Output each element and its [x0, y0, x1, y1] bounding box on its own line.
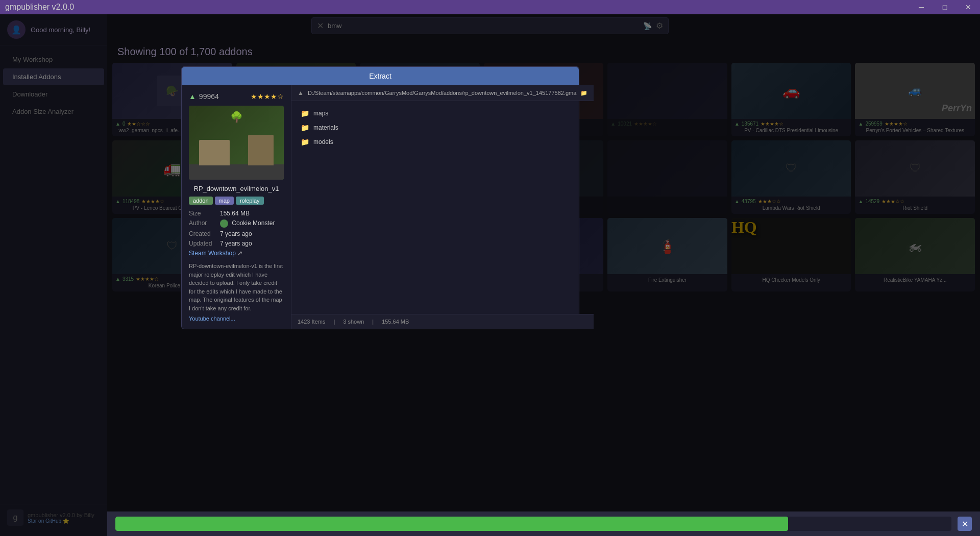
- author-label: Author: [189, 220, 217, 228]
- addon-stars: ★★★★☆: [251, 92, 284, 101]
- created-row: Created 7 years ago: [189, 230, 284, 237]
- author-value: Cookie Monster: [220, 220, 275, 228]
- titlebar-title: gmpublisher v2.0.0: [5, 3, 74, 12]
- folder-icon[interactable]: 📁: [580, 90, 587, 96]
- author-row: Author Cookie Monster: [189, 220, 284, 228]
- addon-description: RP-downtown-evilmelon-v1 is the first ma…: [189, 262, 284, 312]
- items-count: 1423 Items: [298, 319, 325, 325]
- youtube-link[interactable]: Youtube channel...: [189, 315, 284, 322]
- progress-bar-fill: [115, 517, 788, 531]
- total-size: 155.64 MB: [382, 319, 409, 325]
- progress-close-button[interactable]: ✕: [958, 517, 972, 531]
- separator-2: |: [372, 319, 374, 325]
- folder-models-icon: 📁: [301, 138, 309, 146]
- separator-1: |: [333, 319, 335, 325]
- titlebar-controls: ─ □ ✕: [910, 0, 980, 14]
- extract-left-panel: ▲ 99964 ★★★★☆ 🌳 RP_downtown_evilmelon_v1…: [182, 85, 291, 329]
- size-label: Size: [189, 210, 217, 217]
- folder-models[interactable]: 📁 models: [297, 135, 589, 149]
- folder-models-label: models: [313, 138, 333, 145]
- extract-modal-body: ▲ 99964 ★★★★☆ 🌳 RP_downtown_evilmelon_v1…: [182, 85, 579, 329]
- folder-maps[interactable]: 📁 maps: [297, 106, 589, 120]
- extract-modal-header: Extract: [182, 67, 579, 85]
- file-path-bar: ▲ D:/Steam/steamapps/common/GarrysMod/Ga…: [291, 85, 594, 101]
- size-value: 155.64 MB: [220, 210, 250, 217]
- updated-label: Updated: [189, 240, 217, 247]
- created-label: Created: [189, 230, 217, 237]
- tag-addon[interactable]: addon: [189, 197, 213, 205]
- folder-maps-icon: 📁: [301, 109, 309, 117]
- minimize-button[interactable]: ─: [910, 0, 933, 14]
- size-row: Size 155.64 MB: [189, 210, 284, 217]
- folder-materials-icon: 📁: [301, 124, 309, 132]
- folder-materials[interactable]: 📁 materials: [297, 120, 589, 135]
- close-button[interactable]: ✕: [957, 0, 980, 14]
- workshop-link[interactable]: Steam Workshop ↗: [189, 250, 242, 257]
- addon-details: Size 155.64 MB Author Cookie Monster Cre…: [189, 210, 284, 257]
- tag-map[interactable]: map: [215, 197, 234, 205]
- addon-thumbnail-modal: 🌳: [189, 106, 284, 180]
- extract-modal: Extract ▲ 99964 ★★★★☆ 🌳 RP_downtown_e: [181, 66, 579, 329]
- titlebar: gmpublisher v2.0.0 ─ □ ✕: [0, 0, 980, 14]
- addon-title-modal: RP_downtown_evilmelon_v1: [189, 185, 284, 192]
- author-name: Cookie Monster: [232, 220, 275, 227]
- file-path-text: D:/Steam/steamapps/common/GarrysMod/Garr…: [308, 90, 576, 96]
- progress-bar-track: ⬛⬛⬛⬛⬛ Extracting 80.46% (125.23 MB / 155…: [115, 517, 951, 531]
- addon-tags: addon map roleplay: [189, 197, 284, 205]
- extract-status-bar: 1423 Items | 3 shown | 155.64 MB: [291, 314, 594, 329]
- folder-maps-label: maps: [313, 110, 328, 117]
- created-value: 7 years ago: [220, 230, 252, 237]
- file-tree: 📁 maps 📁 materials 📁 models: [291, 101, 594, 314]
- score-up-icon: ▲: [189, 92, 196, 101]
- workshop-row: Steam Workshop ↗: [189, 250, 284, 257]
- addon-score-row: ▲ 99964 ★★★★☆: [189, 92, 284, 101]
- addon-score: 99964: [199, 92, 219, 101]
- author-avatar: [220, 220, 228, 228]
- shown-count: 3 shown: [343, 319, 364, 325]
- updated-value: 7 years ago: [220, 240, 252, 247]
- folder-materials-label: materials: [313, 124, 338, 131]
- updated-row: Updated 7 years ago: [189, 240, 284, 247]
- steam-workshop-link[interactable]: Steam Workshop: [189, 250, 236, 257]
- tag-roleplay[interactable]: roleplay: [236, 197, 264, 205]
- extract-right-panel: ▲ D:/Steam/steamapps/common/GarrysMod/Ga…: [291, 85, 594, 329]
- maximize-button[interactable]: □: [933, 0, 957, 14]
- progress-bar-container: ⬛⬛⬛⬛⬛ Extracting 80.46% (125.23 MB / 155…: [107, 511, 980, 536]
- chevron-icon: ▲: [298, 89, 304, 96]
